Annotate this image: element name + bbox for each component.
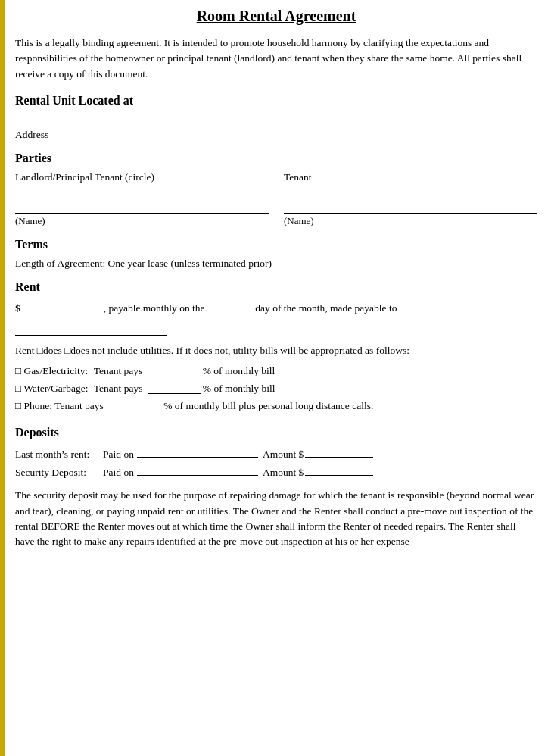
water-tenant-text: Tenant pays [94,380,143,398]
phone-utility-item: □ Phone: Tenant pays % of monthly bill p… [15,398,537,415]
rent-payable-text: , payable monthly on the [104,302,205,314]
deposits-section: Deposits Last month’s rent: Paid on Amou… [15,426,537,550]
gas-label: □ Gas/Electricity: [15,363,88,380]
security-deposit-description: The security deposit may be used for the… [15,488,537,549]
deposits-heading: Deposits [15,426,537,439]
rent-amount-field[interactable] [20,301,104,311]
security-amount-field[interactable] [305,464,373,476]
amount-text: Amount $ [263,445,304,464]
rental-unit-heading: Rental Unit Located at [15,94,537,108]
security-deposit-label: Security Deposit: [15,464,98,482]
water-pct-field[interactable] [148,383,201,394]
water-label: □ Water/Garbage: [15,380,88,398]
security-paid-on-text: Paid on [103,464,134,482]
terms-section: Terms Length of Agreement: One year leas… [15,238,537,270]
landlord-col: Landlord/Principal Tenant (circle) (Name… [15,171,269,227]
rent-payable-to-field[interactable] [15,322,167,336]
parties-row: Landlord/Principal Tenant (circle) (Name… [15,171,537,227]
gas-tenant-text: Tenant pays [94,363,143,380]
phone-pct-field[interactable] [109,401,162,411]
rental-unit-section: Rental Unit Located at Address [15,94,537,141]
rent-section: Rent $, payable monthly on the day of th… [15,280,537,415]
security-amount: Amount $ [263,464,373,482]
tenant-name-label: (Name) [284,215,314,226]
last-month-paid: Paid on [103,445,258,464]
parties-heading: Parties [15,152,537,165]
landlord-title: Landlord/Principal Tenant (circle) [15,171,269,183]
tenant-sig-line[interactable] [284,200,537,214]
last-month-paid-date-field[interactable] [137,445,258,458]
rent-day-suffix: day of the month, made payable to [255,302,397,314]
phone-suffix: % of monthly bill plus personal long dis… [163,398,373,415]
address-input-line[interactable] [15,114,537,127]
intro-paragraph: This is a legally binding agreement. It … [15,36,537,82]
water-suffix: % of monthly bill [203,380,276,398]
paid-on-text: Paid on [103,445,134,464]
gas-utility-item: □ Gas/Electricity: Tenant pays % of mont… [15,363,537,380]
gas-pct-field[interactable] [148,366,201,376]
last-month-label: Last month’s rent: [15,445,98,464]
water-utility-item: □ Water/Garbage: Tenant pays % of monthl… [15,380,537,398]
document-content: Room Rental Agreement This is a legally … [5,0,551,756]
terms-length-text: Length of Agreement: One year lease (unl… [15,258,537,270]
last-month-rent-row: Last month’s rent: Paid on Amount $ [15,445,537,464]
security-paid-date-field[interactable] [137,464,258,476]
security-amount-text: Amount $ [263,464,304,482]
tenant-title: Tenant [284,171,537,183]
parties-section: Parties Landlord/Principal Tenant (circl… [15,152,537,227]
last-month-amount-field[interactable] [305,445,373,458]
last-month-amount: Amount $ [263,445,373,464]
landlord-sig-line[interactable] [15,200,269,214]
rent-line1: $, payable monthly on the day of the mon… [15,300,537,317]
address-label: Address [15,129,537,141]
terms-heading: Terms [15,238,537,251]
gas-suffix: % of monthly bill [203,363,276,380]
security-paid: Paid on [103,464,258,482]
rent-heading: Rent [15,280,537,294]
utilities-text: Rent □does □does not include utilities. … [15,343,537,358]
landlord-name-label: (Name) [15,215,45,226]
rent-day-field[interactable] [207,301,253,311]
page: Room Rental Agreement This is a legally … [0,0,551,756]
document-title: Room Rental Agreement [15,8,537,25]
tenant-col: Tenant (Name) [284,171,537,227]
dollar-sign: $ [15,302,20,314]
phone-label: □ Phone: Tenant pays [15,398,104,415]
security-deposit-row: Security Deposit: Paid on Amount $ [15,464,537,482]
